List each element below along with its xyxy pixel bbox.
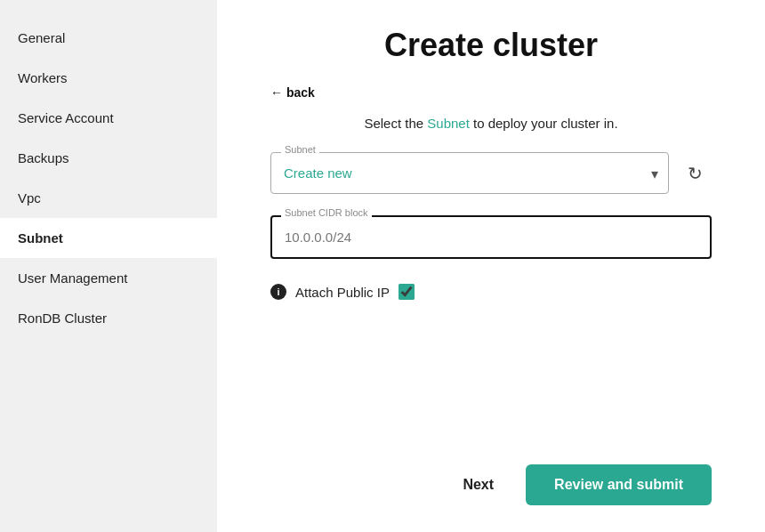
subnet-select[interactable]: Create new [270,152,669,194]
cidr-field-group: Subnet CIDR block [270,215,712,259]
cidr-field-label: Subnet CIDR block [281,207,372,218]
sidebar-item-subnet[interactable]: Subnet [0,218,217,258]
sidebar-item-backups[interactable]: Backups [0,138,217,178]
back-link[interactable]: ← back [270,85,712,100]
sidebar-item-vpc[interactable]: Vpc [0,178,217,218]
attach-public-ip-row: i Attach Public IP [270,284,712,300]
footer-actions: Next Review and submit [270,464,712,505]
sidebar-item-service-account[interactable]: Service Account [0,98,217,138]
subnet-dropdown-wrapper: Subnet Create new ▾ [270,152,669,194]
subnet-link[interactable]: Subnet [427,116,470,131]
sidebar: GeneralWorkersService AccountBackupsVpcS… [0,0,217,532]
subnet-field-group: Subnet Create new ▾ ↻ [270,152,712,194]
sidebar-item-workers[interactable]: Workers [0,58,217,98]
sidebar-item-user-management[interactable]: User Management [0,258,217,298]
subtitle-suffix: to deploy your cluster in. [470,116,618,131]
review-submit-button[interactable]: Review and submit [526,464,712,505]
subtitle: Select the Subnet to deploy your cluster… [270,116,712,131]
subnet-field-label: Subnet [281,144,319,155]
main-content: Create cluster ← back Select the Subnet … [217,0,765,532]
refresh-button[interactable]: ↻ [678,157,712,190]
cidr-input[interactable] [270,215,712,259]
info-icon[interactable]: i [270,284,286,300]
attach-ip-label: Attach Public IP [295,285,390,300]
page-title: Create cluster [270,27,712,64]
sidebar-item-rondb-cluster[interactable]: RonDB Cluster [0,298,217,338]
subtitle-prefix: Select the [364,116,427,131]
attach-public-ip-checkbox[interactable] [399,284,415,300]
next-button[interactable]: Next [445,464,511,505]
sidebar-item-general[interactable]: General [0,18,217,58]
